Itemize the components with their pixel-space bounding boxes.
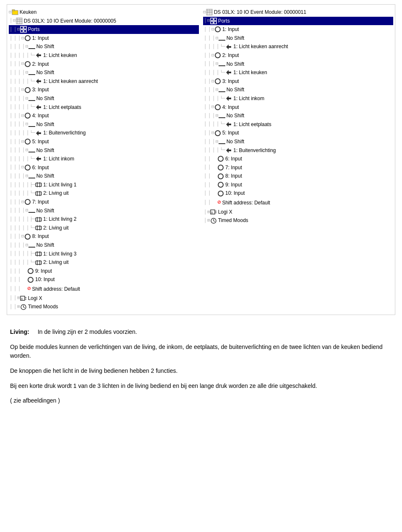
dash-icon4 — [28, 126, 35, 127]
licht-living1-entry[interactable]: │ │ │ │ │ ├─ 1: Licht living 1 — [9, 181, 199, 189]
buitenverlichting-entry[interactable]: │ │ │ │ │ └─ 1: Buitenverlichting — [9, 129, 199, 137]
noshift8-left: │ │ │ │ ⊟ No Shift — [9, 241, 199, 250]
module-icon-left — [16, 18, 23, 24]
input1-right[interactable]: │ │ ⊟ 1: Input — [203, 25, 393, 34]
logix-right[interactable]: │ ⊞ X Logi X — [203, 208, 393, 217]
svg-point-16 — [25, 88, 30, 93]
input10-left[interactable]: │ │ │ 10: Input — [9, 275, 199, 284]
r-dash5 — [219, 143, 225, 144]
svg-point-12 — [25, 36, 30, 41]
input9-left[interactable]: │ │ │ 9: Input — [9, 267, 199, 276]
licht-living3-entry[interactable]: │ │ │ │ │ ├─ 1: Licht living 3 — [9, 250, 199, 258]
svg-text:X: X — [21, 297, 23, 301]
ports-label-right: Ports — [218, 17, 230, 25]
input-circle-icon5 — [24, 138, 31, 145]
input5-right[interactable]: │ │ ⊟ 5: Input — [203, 129, 393, 137]
r-arrow3 — [225, 95, 232, 102]
noshift3-left: │ │ │ │ ⊟ No Shift — [9, 94, 199, 103]
svg-rect-9 — [24, 26, 26, 29]
svg-point-20 — [25, 139, 30, 144]
living-uit2-entry[interactable]: │ │ │ │ │ └─ 2: Living uit — [9, 224, 199, 232]
svg-line-51 — [23, 307, 25, 308]
input5-left[interactable]: │ │ │ ⊟ 5: Input — [9, 137, 199, 146]
r-licht-keuken[interactable]: │ │ │ │ └─ 1: Licht keuken — [203, 68, 393, 77]
svg-point-73 — [218, 165, 223, 170]
input7-right[interactable]: │ │ 7: Input — [203, 163, 393, 172]
input8-right[interactable]: │ │ 8: Input — [203, 172, 393, 181]
para1-text: Op beide modules kunnen de verlichtingen… — [10, 343, 383, 359]
noshift1-right: │ │ │ ⊟ No Shift — [203, 34, 393, 43]
arrow-icon3 — [35, 104, 42, 111]
svg-point-76 — [218, 191, 223, 196]
svg-marker-69 — [226, 122, 231, 127]
timed-moods-right[interactable]: │ ⊞ Timed Moods — [203, 216, 393, 225]
r-licht-keuken-aanrecht[interactable]: │ │ │ │ └─ 1: Licht keuken aanrecht — [203, 42, 393, 51]
logix-left[interactable]: │ │ ⊞ X Logi X — [9, 294, 199, 303]
licht-living2-entry[interactable]: │ │ │ │ │ ├─ 1: Licht living 2 — [9, 215, 199, 224]
svg-point-72 — [218, 156, 223, 161]
svg-rect-23 — [36, 183, 41, 186]
licht-inkom-entry[interactable]: │ │ │ │ │ └─ 1: Licht inkom — [9, 155, 199, 163]
licht-eetplaats-entry[interactable]: │ │ │ │ │ └─ 1: Licht eetplaats — [9, 103, 199, 112]
tree-node-module-left[interactable]: │ ⊟ DS 03LX: 10 IO Event Module: 0000000… — [9, 17, 199, 26]
input6-right[interactable]: │ │ 6: Input — [203, 155, 393, 163]
left-tree-panel: ⊟ Keuken │ ⊟ DS 03LX: 10 IO Event Module… — [9, 8, 199, 311]
tree-node-module-right[interactable]: ⊟ DS 03LX: 10 IO Event Module: 00000011 — [203, 8, 393, 17]
svg-point-43 — [28, 269, 33, 274]
living-label: Living: — [10, 328, 29, 337]
input-circle-icon3 — [24, 87, 31, 93]
input4-right[interactable]: │ │ ⊟ 4: Input — [203, 103, 393, 112]
r-arrow1 — [225, 44, 232, 50]
tree-node-ports-left[interactable]: │ │ ⊟ Ports — [9, 25, 199, 34]
r-input-circle5 — [214, 130, 221, 137]
para1-block: Op beide modules kunnen de verlichtingen… — [10, 343, 392, 361]
r-arrow5 — [225, 147, 232, 154]
svg-point-74 — [218, 174, 223, 179]
svg-rect-10 — [21, 30, 23, 32]
svg-point-18 — [25, 113, 30, 118]
input8-left[interactable]: │ │ │ ⊟ 8: Input — [9, 232, 199, 241]
r-buitenverlichting[interactable]: │ │ │ │ └─ 1: Buitenverlichting — [203, 146, 393, 155]
r-input-circle9 — [217, 181, 224, 188]
shift-address-left[interactable]: │ │ │ ⊘ Shift address: Default — [9, 284, 199, 294]
input3-left[interactable]: │ │ │ ⊟ 3: Input — [9, 85, 199, 94]
input9-right[interactable]: │ │ 9: Input — [203, 181, 393, 189]
living-uit1-entry[interactable]: │ │ │ │ │ └─ 2: Living uit — [9, 189, 199, 198]
licht-keuken-aanrecht-entry[interactable]: │ │ │ │ │ └─ 1: Licht keuken aanrecht — [9, 77, 199, 86]
living-text: In de living zijn er 2 modules voorzien. — [38, 328, 137, 337]
r-licht-inkom[interactable]: │ │ │ │ └─ 1: Licht inkom — [203, 94, 393, 103]
noshift4-left: │ │ │ │ ⊟ No Shift — [9, 120, 199, 129]
r-input-circle1 — [214, 26, 221, 33]
input-circle-icon10 — [27, 276, 34, 283]
input4-left[interactable]: │ │ │ ⊟ 4: Input — [9, 111, 199, 120]
timed-moods-left[interactable]: │ │ ⊞ Timed Moods — [9, 302, 199, 311]
svg-rect-59 — [214, 18, 216, 21]
r-licht-eetplaats[interactable]: │ │ │ │ └─ 1: Licht eetplaats — [203, 120, 393, 129]
input-circle-icon9 — [27, 268, 34, 274]
input2-right[interactable]: │ │ ⊟ 2: Input — [203, 51, 393, 60]
input3-right[interactable]: │ │ ⊟ 3: Input — [203, 77, 393, 86]
input7-left[interactable]: │ │ │ ⊟ 7: Input — [9, 198, 199, 207]
no-entry-icon-right: ⊘ — [217, 198, 221, 207]
arrow-icon2 — [35, 78, 42, 85]
no-entry-icon-left: ⊘ — [27, 284, 31, 294]
svg-rect-30 — [36, 218, 41, 221]
shift-address-right[interactable]: │ │ ⊘ Shift address: Default — [203, 198, 393, 208]
input6-left[interactable]: │ │ │ ⊟ 6: Input — [9, 163, 199, 172]
input2-left[interactable]: │ │ │ ⊟ 2: Input — [9, 60, 199, 69]
svg-marker-65 — [226, 70, 231, 75]
svg-point-75 — [218, 182, 223, 187]
module-label-right: DS 03LX: 10 IO Event Module: 00000011 — [214, 8, 307, 16]
tree-node-ports-right[interactable]: │ ⊟ Ports — [203, 17, 393, 26]
input1-left[interactable]: │ │ │ ⊟ 1: Input — [9, 34, 199, 43]
r-input-circle6 — [217, 155, 224, 162]
tree-node-keuken[interactable]: ⊟ Keuken — [9, 8, 199, 17]
licht-keuken-entry[interactable]: │ │ │ │ │ └─ 1: Licht keuken — [9, 51, 199, 60]
arrow-icon4 — [35, 130, 42, 137]
switch-icon1 — [35, 181, 42, 188]
dash-icon3 — [28, 100, 35, 101]
input10-right[interactable]: │ │ 10: Input — [203, 189, 393, 198]
input-circle-icon8 — [24, 233, 31, 240]
svg-rect-61 — [214, 21, 216, 24]
living-uit3-entry[interactable]: │ │ │ │ │ └─ 2: Living uit — [9, 258, 199, 267]
